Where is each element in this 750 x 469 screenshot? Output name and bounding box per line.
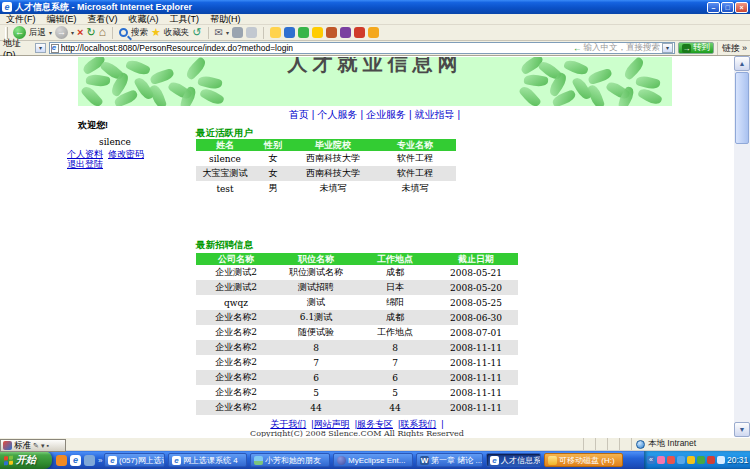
qq-penguin-icon-2[interactable] <box>667 456 675 464</box>
copyright-text: Copyright(C) 2008 Silence.COM All Rights… <box>156 429 558 437</box>
stop-icon[interactable]: × <box>77 26 83 39</box>
table-header-row: 公司名称职位名称工作地点截止日期 <box>196 253 518 265</box>
ime-minimize-icon[interactable]: ▪ <box>46 442 48 449</box>
search-button-label[interactable]: 搜索 <box>131 27 148 39</box>
close-button[interactable]: × <box>735 2 748 13</box>
column-header: 专业名称 <box>374 139 456 152</box>
scrollbar-thumb[interactable] <box>735 72 749 144</box>
start-label: 开始 <box>16 453 36 467</box>
menu-item[interactable]: 收藏(A) <box>129 13 159 26</box>
butterfly-icon[interactable] <box>298 27 309 38</box>
nav-link-3[interactable]: 企业服务 <box>366 109 406 120</box>
vertical-scrollbar[interactable]: ▲ ▼ <box>734 56 750 437</box>
start-button[interactable]: 开始 <box>0 451 52 469</box>
page-favicon-icon <box>51 44 59 53</box>
ime-mode-label[interactable]: 标准 <box>14 440 31 452</box>
mail-dropdown-icon[interactable]: ▾ <box>226 29 229 36</box>
status-pane <box>596 438 608 450</box>
hide-icons-chevron-icon[interactable]: « <box>647 456 655 464</box>
table-cell: 2008-06-30 <box>434 313 518 323</box>
logout-link[interactable]: 退出登陆 <box>67 159 103 169</box>
search-icon[interactable] <box>119 28 128 37</box>
nav-link-4[interactable]: 就业指导 <box>415 109 455 120</box>
taskbar-task-2[interactable]: e网上选课系统 4 <box>168 453 247 467</box>
badge-icon[interactable] <box>354 27 365 38</box>
links-chevron-icon[interactable]: » <box>742 43 747 53</box>
antivirus-shield-icon[interactable] <box>697 456 705 464</box>
go-button[interactable]: → 转到 <box>678 42 714 54</box>
home-icon[interactable]: ⌂ <box>99 26 106 39</box>
favorites-button-label[interactable]: 收藏夹 <box>164 27 190 39</box>
scroll-down-icon[interactable]: ▼ <box>734 422 750 437</box>
ime-options-icon[interactable]: ▾ <box>41 442 45 450</box>
favorites-star-icon[interactable]: ★ <box>151 26 161 39</box>
warning-icon[interactable] <box>687 456 695 464</box>
taskbar-tasks: e(057)网上选课e网上选课系统 4小芳和她的朋友MyEclipse Ent.… <box>104 451 623 469</box>
table-cell: 企业测试2 <box>196 281 276 294</box>
mail-icon[interactable]: ✉ <box>215 26 223 39</box>
change-password-link[interactable]: 修改密码 <box>108 149 144 159</box>
security-shield-icon[interactable] <box>707 456 715 464</box>
footer-link-3[interactable]: 服务专区 <box>357 419 393 429</box>
volume-icon[interactable] <box>717 456 725 464</box>
back-dropdown-icon[interactable]: ▾ <box>49 29 52 36</box>
address-url[interactable]: http://localhost:8080/PersonResource/ind… <box>61 43 293 53</box>
ime-language-bar[interactable]: 标准 ✎ ▾ ▪ <box>0 439 66 452</box>
status-pane <box>608 438 620 450</box>
taskbar-task-3[interactable]: 小芳和她的朋友 <box>250 453 330 467</box>
smiley-icon[interactable] <box>312 27 323 38</box>
eclipse-task-icon <box>337 456 346 465</box>
table-cell: 8 <box>276 343 356 353</box>
maximize-button[interactable]: □ <box>721 2 734 13</box>
menu-item[interactable]: 帮助(H) <box>210 13 241 26</box>
quick-launch-overflow-icon[interactable]: » <box>98 456 102 465</box>
print-icon[interactable] <box>232 27 243 38</box>
table-cell: 2008-11-11 <box>434 388 518 398</box>
firefox-icon[interactable] <box>56 455 67 466</box>
internet-explorer-icon[interactable]: e <box>70 455 81 466</box>
ime-pen-icon[interactable]: ✎ <box>33 442 39 450</box>
footer-link-4[interactable]: 联系我们 <box>400 419 436 429</box>
sticky-note-icon[interactable] <box>270 27 281 38</box>
taskbar-task-1[interactable]: e(057)网上选课 <box>104 453 165 467</box>
minimize-button[interactable]: – <box>707 2 720 13</box>
table-cell: 测试 <box>276 296 356 309</box>
address-history-dropdown[interactable]: ▾ <box>35 43 46 53</box>
table-cell: 5 <box>356 388 434 398</box>
address-input[interactable]: http://localhost:8080/PersonResource/ind… <box>49 42 675 54</box>
taskbar-task-6[interactable]: e人才信息系统 -... <box>486 453 541 467</box>
column-header: 公司名称 <box>196 253 276 266</box>
footer-link-1[interactable]: 关于我们 <box>270 419 306 429</box>
forward-icon[interactable]: → <box>55 26 68 39</box>
paw-icon[interactable] <box>326 27 337 38</box>
menu-item[interactable]: 编辑(E) <box>47 13 77 26</box>
table-cell: 测试招聘 <box>276 281 356 294</box>
refresh-icon[interactable]: ↻ <box>86 26 95 39</box>
messenger-icon[interactable] <box>677 456 685 464</box>
ime-keyboard-icon[interactable] <box>3 441 12 450</box>
menu-item[interactable]: 查看(V) <box>88 13 118 26</box>
taskbar-task-7[interactable]: 可移动磁盘 (H:) <box>544 453 623 467</box>
swoosh-icon[interactable] <box>284 27 295 38</box>
ime-search-hint[interactable]: 输入中文，直接搜索 <box>583 42 660 54</box>
history-icon[interactable]: ↺ <box>192 26 201 39</box>
nav-link-1[interactable]: 首页 <box>289 109 309 120</box>
taskbar-task-4[interactable]: MyEclipse Ent... <box>333 453 413 467</box>
leaf-icon <box>80 84 104 106</box>
table-cell: 6 <box>356 373 434 383</box>
qq-penguin-icon[interactable] <box>657 456 665 464</box>
footer-link-2[interactable]: 网站声明 <box>314 419 350 429</box>
bee-icon[interactable] <box>368 27 379 38</box>
compass-icon[interactable] <box>340 27 351 38</box>
menu-item[interactable]: 文件(F) <box>6 13 36 26</box>
address-dropdown-icon[interactable]: ▾ <box>662 43 673 53</box>
links-toolbar[interactable]: 链接 » <box>717 42 747 55</box>
table-row: qwqz测试绵阳2008-05-25 <box>196 295 518 310</box>
nav-link-2[interactable]: 个人服务 <box>317 109 357 120</box>
taskbar-task-5[interactable]: W第一章 绪论 ... <box>416 453 483 467</box>
scroll-up-icon[interactable]: ▲ <box>734 56 750 71</box>
edit-icon[interactable] <box>246 27 257 38</box>
menu-item[interactable]: 工具(T) <box>170 13 200 26</box>
forward-dropdown-icon[interactable]: ▾ <box>71 29 74 36</box>
show-desktop-icon[interactable] <box>84 455 95 466</box>
